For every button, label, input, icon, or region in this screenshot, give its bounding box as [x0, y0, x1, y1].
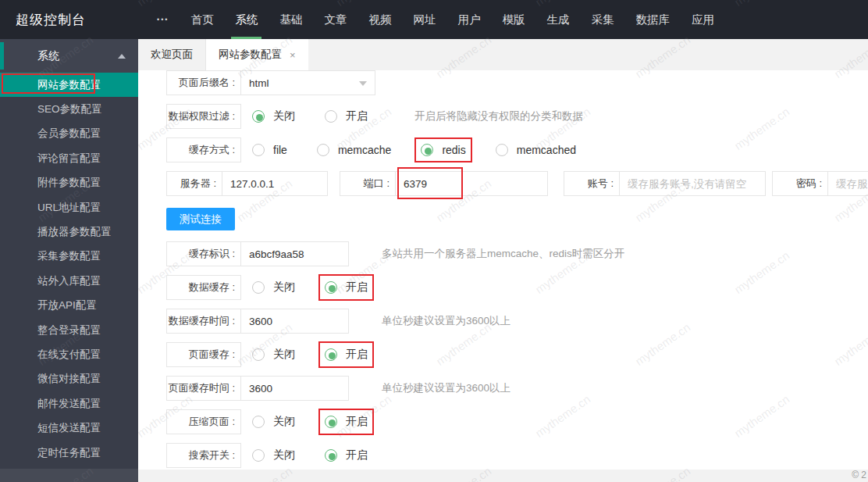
- nav-item-generate[interactable]: 生成: [535, 0, 580, 39]
- radio-on[interactable]: 开启: [325, 109, 368, 123]
- radio-circle-icon: [325, 348, 337, 361]
- tab-site-params[interactable]: 网站参数配置 ×: [206, 39, 308, 70]
- sidebar-item-collect-params[interactable]: 采集参数配置: [0, 245, 138, 269]
- nav-item-website[interactable]: 网址: [402, 0, 446, 39]
- account-input[interactable]: [619, 171, 766, 196]
- sidebar-item-label: SEO参数配置: [37, 102, 102, 116]
- radio-off[interactable]: 关闭: [252, 280, 295, 295]
- sidebar-group-label: 系统: [37, 49, 59, 63]
- cache-flag-input[interactable]: [240, 241, 349, 266]
- radio-label: 开启: [346, 348, 368, 362]
- sidebar-item-external-storage[interactable]: 站外入库配置: [0, 269, 138, 293]
- cache-flag-label: 缓存标识 :: [166, 241, 241, 266]
- data-cache-label: 数据缓存 :: [166, 275, 241, 300]
- port-label: 端口 :: [340, 171, 396, 196]
- server-input[interactable]: [222, 171, 328, 196]
- tab-label: 网站参数配置: [219, 48, 282, 62]
- page-cache-time-label: 页面缓存时间 :: [166, 376, 241, 401]
- radio-off[interactable]: 关闭: [252, 348, 295, 362]
- row-page-cache-time: 页面缓存时间 : 单位秒建议设置为3600以上: [166, 376, 868, 401]
- data-permission-hint: 开启后将隐藏没有权限的分类和数据: [414, 109, 583, 123]
- sidebar-item-label: 评论留言配置: [37, 152, 101, 166]
- nav-item-app[interactable]: 应用: [681, 0, 725, 39]
- sidebar-item-label: URL地址配置: [37, 201, 101, 215]
- data-permission-label: 数据权限过滤 :: [166, 104, 241, 129]
- radio-off[interactable]: 关闭: [252, 109, 295, 123]
- sidebar-item-open-api[interactable]: 开放API配置: [0, 294, 138, 318]
- sidebar-item-wechat-config[interactable]: 微信对接配置: [0, 367, 138, 391]
- sidebar-item-email-config[interactable]: 邮件发送配置: [0, 391, 138, 416]
- row-server-settings: 服务器 : 端口 : 账号 : 密码 :: [166, 171, 868, 196]
- sidebar-item-player-params[interactable]: 播放器参数配置: [0, 220, 138, 244]
- nav-item-article[interactable]: 文章: [313, 0, 358, 39]
- radio-off[interactable]: 关闭: [252, 448, 295, 462]
- radio-on[interactable]: 开启: [325, 415, 368, 429]
- page-suffix-select[interactable]: html: [240, 70, 375, 95]
- sidebar-item-online-payment[interactable]: 在线支付配置: [0, 342, 138, 366]
- row-data-cache: 数据缓存 : 关闭 开启: [166, 275, 868, 300]
- radio-circle-icon: [252, 416, 265, 428]
- sidebar-item-seo-params[interactable]: SEO参数配置: [0, 97, 138, 121]
- radio-label: 开启: [346, 109, 368, 123]
- radio-file[interactable]: file: [252, 144, 287, 156]
- radio-label: 关闭: [273, 448, 295, 462]
- test-connection-button[interactable]: 测试连接: [166, 208, 235, 230]
- password-input[interactable]: [827, 171, 868, 196]
- radio-circle-icon: [252, 144, 265, 156]
- sidebar-item-label: 网站参数配置: [37, 78, 101, 92]
- sidebar-item-cron-config[interactable]: 定时任务配置: [0, 441, 138, 465]
- radio-label: 关闭: [273, 109, 295, 123]
- compress-page-label: 压缩页面 :: [166, 409, 241, 434]
- nav-item-template[interactable]: 模版: [491, 0, 535, 39]
- port-input[interactable]: [395, 171, 548, 196]
- search-switch-label: 搜索开关 :: [166, 443, 241, 468]
- radio-label: 关闭: [273, 348, 295, 362]
- top-nav: 首页 系统 基础 文章 视频 网址 用户 模版 生成 采集 数据库 应用: [180, 0, 725, 39]
- radio-memcached[interactable]: memcached: [496, 144, 576, 156]
- radio-label: 开启: [346, 280, 368, 295]
- sidebar-item-label: 采集参数配置: [37, 249, 101, 263]
- sidebar-item-label: 会员参数配置: [37, 127, 101, 141]
- nav-item-database[interactable]: 数据库: [624, 0, 681, 39]
- radio-label: 开启: [346, 448, 368, 462]
- radio-redis[interactable]: redis: [421, 144, 465, 156]
- nav-item-user[interactable]: 用户: [446, 0, 491, 39]
- radio-off[interactable]: 关闭: [252, 415, 295, 429]
- nav-item-video[interactable]: 视频: [358, 0, 402, 39]
- sidebar-item-sms-config[interactable]: 短信发送配置: [0, 416, 138, 440]
- page-cache-time-input[interactable]: [240, 376, 349, 401]
- password-label: 密码 :: [772, 171, 828, 196]
- close-tab-icon[interactable]: ×: [290, 49, 296, 61]
- sidebar-item-url-config[interactable]: URL地址配置: [0, 195, 138, 220]
- more-menu-icon[interactable]: •••: [157, 0, 169, 39]
- sidebar-item-comment-config[interactable]: 评论留言配置: [0, 146, 138, 170]
- data-permission-radios: 关闭 开启: [252, 109, 397, 123]
- data-cache-time-input[interactable]: [240, 309, 349, 334]
- tab-welcome[interactable]: 欢迎页面: [138, 39, 206, 70]
- sidebar: 系统 网站参数配置 SEO参数配置 会员参数配置 评论留言配置 附件参数配置 U…: [0, 39, 138, 482]
- data-cache-radios: 关闭 开启: [252, 280, 397, 295]
- server-label: 服务器 :: [166, 171, 222, 196]
- radio-memcache[interactable]: memcache: [317, 144, 391, 156]
- sidebar-item-site-params[interactable]: 网站参数配置: [0, 73, 138, 97]
- sidebar-item-attachment-params[interactable]: 附件参数配置: [0, 171, 138, 195]
- radio-circle-icon: [317, 144, 329, 156]
- nav-item-basic[interactable]: 基础: [269, 0, 313, 39]
- nav-item-collect[interactable]: 采集: [580, 0, 624, 39]
- copyright-text: © 2: [852, 470, 866, 480]
- page-suffix-value: html: [249, 77, 269, 89]
- sidebar-item-label: 播放器参数配置: [37, 225, 112, 239]
- sidebar-group-system[interactable]: 系统: [0, 39, 138, 73]
- radio-on[interactable]: 开启: [325, 280, 368, 295]
- radio-circle-icon: [252, 348, 265, 361]
- sidebar-item-member-params[interactable]: 会员参数配置: [0, 122, 138, 146]
- radio-on[interactable]: 开启: [325, 348, 368, 362]
- search-switch-radios: 关闭 开启: [252, 448, 397, 462]
- nav-item-system[interactable]: 系统: [224, 0, 269, 39]
- row-page-suffix: 页面后缀名 : html: [166, 70, 868, 95]
- sidebar-item-integrated-login[interactable]: 整合登录配置: [0, 318, 138, 342]
- nav-item-home[interactable]: 首页: [180, 0, 224, 39]
- row-compress-page: 压缩页面 : 关闭 开启: [166, 409, 868, 434]
- sidebar-item-label: 附件参数配置: [37, 176, 101, 190]
- radio-on[interactable]: 开启: [325, 448, 368, 462]
